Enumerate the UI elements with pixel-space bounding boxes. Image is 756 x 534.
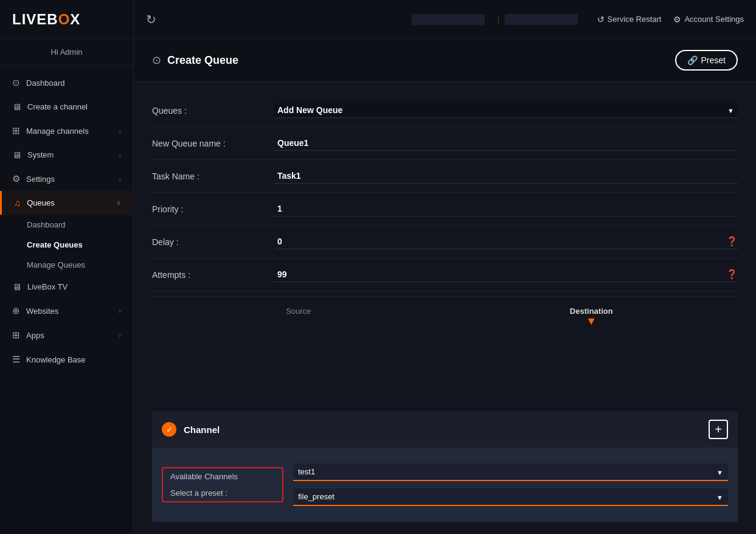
src-dest-section: Source Destination ▼ <box>152 296 738 327</box>
gear-icon: ⚙ <box>673 15 681 24</box>
sidebar-item-label: System <box>27 150 54 159</box>
divider: | <box>497 14 499 25</box>
chevron-right-icon: › <box>119 127 121 134</box>
destination-arrow-icon: ▼ <box>586 316 597 327</box>
page-header-icon: ⊙ <box>152 54 161 67</box>
channels-dropdown-wrapper: test1 ▼ <box>293 463 728 481</box>
create-channel-icon: 🖥 <box>12 102 21 112</box>
queue-name-label: New Queue name : <box>152 139 274 148</box>
queues-icon: ♫ <box>14 198 21 208</box>
sidebar-item-label: Dashboard <box>26 78 65 88</box>
queue-name-input[interactable] <box>274 136 738 151</box>
delay-input[interactable] <box>274 234 738 249</box>
channel-add-button[interactable]: + <box>709 420 728 439</box>
priority-input[interactable] <box>274 201 738 217</box>
logo-text: LIVEBOX <box>12 11 80 28</box>
attempts-row: Attempts : ❓ <box>152 258 738 291</box>
service-restart-button[interactable]: ↺ Service Restart <box>597 15 662 24</box>
preset-dropdown-wrapper: file_preset ▼ <box>293 488 728 506</box>
sidebar-item-queues[interactable]: ♫ Queues ∨ <box>0 191 133 215</box>
main-area: ↻ | ↺ Service Restart ⚙ Account Settings… <box>134 0 756 534</box>
apps-icon: ⊞ <box>12 330 20 341</box>
priority-label: Priority : <box>152 204 274 214</box>
delay-label: Delay : <box>152 237 274 247</box>
sidebar-item-create-channel[interactable]: 🖥 Create a channel <box>0 95 133 119</box>
sub-item-label: Manage Queues <box>27 260 85 269</box>
sidebar-item-manage-channels[interactable]: ⊞ Manage channels › <box>0 119 133 143</box>
help-icon-2[interactable]: ❓ <box>726 269 738 280</box>
sidebar-sub-q-manage[interactable]: Manage Queues <box>0 255 133 275</box>
sidebar-item-label: Apps <box>26 331 44 340</box>
available-channels-box: Available Channels Select a preset : <box>162 467 283 502</box>
sidebar-nav: ⊙ Dashboard 🖥 Create a channel ⊞ Manage … <box>0 66 133 534</box>
sidebar-item-knowledge-base[interactable]: ☰ Knowledge Base <box>0 347 133 372</box>
chevron-down-icon: ∨ <box>116 199 121 207</box>
restart-icon: ↺ <box>597 15 605 24</box>
available-channels-label: Available Channels <box>170 472 275 481</box>
sidebar-sub-q-create[interactable]: Create Queues <box>0 235 133 255</box>
sidebar-item-apps[interactable]: ⊞ Apps › <box>0 323 133 347</box>
topbar: ↻ | ↺ Service Restart ⚙ Account Settings <box>134 0 756 39</box>
task-name-row: Task Name : <box>152 160 738 193</box>
task-name-label: Task Name : <box>152 172 274 181</box>
destination-section: Destination ▼ <box>445 307 738 327</box>
sidebar-item-label: LiveBox TV <box>27 282 68 291</box>
channel-header: ✓ Channel + <box>152 411 738 448</box>
chevron-right-icon: › <box>119 331 121 339</box>
destination-label: Destination <box>570 307 613 316</box>
queues-label: Queues : <box>152 106 274 116</box>
channel-form: Available Channels Select a preset : tes… <box>152 448 738 522</box>
blurred-info-1 <box>412 14 485 25</box>
account-settings-button[interactable]: ⚙ Account Settings <box>673 15 744 24</box>
sidebar-item-label: Manage channels <box>26 127 89 136</box>
help-icon[interactable]: ❓ <box>726 236 738 247</box>
livebox-tv-icon: 🖥 <box>12 282 21 292</box>
sidebar-item-system[interactable]: 🖥 System › <box>0 143 133 167</box>
sidebar-item-websites[interactable]: ⊕ Websites › <box>0 299 133 323</box>
channel-dropdowns: test1 ▼ file_preset ▼ <box>283 463 728 506</box>
task-name-input[interactable] <box>274 168 738 184</box>
available-channels-select[interactable]: test1 <box>293 463 728 481</box>
dashboard-icon: ⊙ <box>12 77 20 88</box>
queues-row: Queues : Add New Queue ▼ <box>152 94 738 127</box>
back-button[interactable]: ↻ <box>146 12 156 27</box>
attempts-label: Attempts : <box>152 270 274 280</box>
channel-block: ✓ Channel + Available Channels Select a … <box>152 411 738 522</box>
preset-button[interactable]: 🔗 Preset <box>675 50 738 71</box>
link-icon: 🔗 <box>687 55 698 65</box>
attempts-input[interactable] <box>274 267 738 282</box>
sidebar-item-label: Knowledge Base <box>26 355 86 364</box>
chevron-right-icon: › <box>119 307 121 314</box>
sidebar-sub-q-dashboard[interactable]: Dashboard <box>0 215 133 235</box>
source-label: Source <box>152 307 445 327</box>
chevron-right-icon: › <box>119 151 121 159</box>
sidebar-user: Hi Admin <box>0 39 133 66</box>
sidebar-item-label: Create a channel <box>27 102 88 111</box>
chevron-right-icon: › <box>119 175 121 182</box>
queue-name-row: New Queue name : <box>152 127 738 160</box>
system-icon: 🖥 <box>12 150 21 160</box>
sub-item-label: Dashboard <box>27 220 66 229</box>
select-preset-label: Select a preset : <box>170 488 275 498</box>
queues-select-wrapper: Add New Queue ▼ <box>274 103 738 118</box>
priority-row: Priority : <box>152 193 738 226</box>
sidebar-item-settings[interactable]: ⚙ Settings › <box>0 167 133 191</box>
preset-select[interactable]: file_preset <box>293 488 728 506</box>
knowledge-base-icon: ☰ <box>12 354 20 365</box>
queues-select[interactable]: Add New Queue <box>274 103 738 118</box>
page-title: Create Queue <box>167 54 238 67</box>
blurred-info-2 <box>505 14 578 25</box>
channel-title: Channel <box>184 425 709 435</box>
plus-icon: + <box>715 423 722 437</box>
sidebar-item-label: Settings <box>26 175 55 184</box>
sidebar-item-label: Websites <box>26 307 58 316</box>
sidebar-item-dashboard[interactable]: ⊙ Dashboard <box>0 71 133 95</box>
sub-item-label: Create Queues <box>27 240 83 249</box>
sidebar-item-livebox-tv[interactable]: 🖥 LiveBox TV <box>0 275 133 299</box>
account-settings-label: Account Settings <box>684 15 744 24</box>
service-restart-label: Service Restart <box>608 15 662 24</box>
channel-check-icon: ✓ <box>162 422 176 437</box>
websites-icon: ⊕ <box>12 305 20 316</box>
preset-label: Preset <box>701 55 726 65</box>
manage-channels-icon: ⊞ <box>12 125 20 136</box>
